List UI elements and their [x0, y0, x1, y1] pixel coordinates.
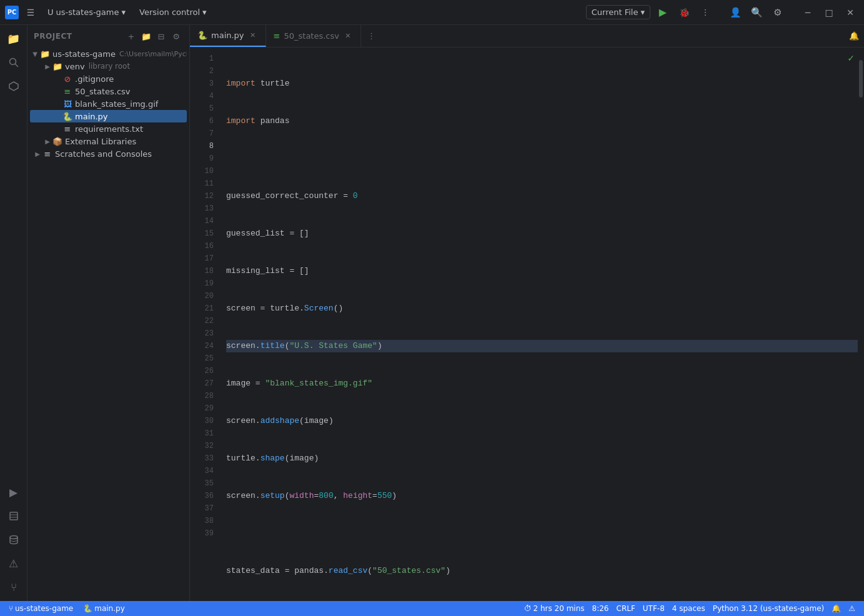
new-file-icon[interactable]: +: [124, 29, 138, 43]
blank-states-label: blank_states_img.gif: [75, 99, 158, 109]
branch-label: us-states-game: [15, 604, 73, 613]
sidebar-item-blank-states[interactable]: ▶ 🖼 blank_states_img.gif: [30, 97, 187, 110]
file-tree-root[interactable]: ▼ 📁 us-states-game C:\Users\mailm\Pychar…: [30, 47, 187, 60]
gitignore-icon: ⊘: [62, 74, 72, 84]
sidebar-item-scratches[interactable]: ▶ ≡ Scratches and Consoles: [30, 147, 187, 160]
project-dropdown[interactable]: U us-states-game ▾: [42, 6, 131, 19]
venv-secondary: library root: [89, 62, 130, 71]
clock-icon: ⏱: [524, 604, 532, 613]
python-file-icon: 🐍: [62, 111, 72, 121]
cursor-position: 8:26: [592, 604, 609, 613]
code-line-7: screen = turtle.Screen(): [226, 302, 858, 315]
version-control-arrow: ▾: [202, 7, 207, 17]
close-button[interactable]: ✕: [842, 4, 859, 21]
tab-main-py-icon: 🐍: [197, 31, 207, 40]
statusbar-indent[interactable]: 4 spaces: [668, 604, 709, 613]
sidebar-item-git[interactable]: ⑂: [2, 576, 25, 599]
titlebar: PC ☰ U us-states-game ▾ Version control …: [0, 0, 864, 25]
activity-bar: 📁 ▶ ⚠: [0, 25, 27, 601]
run-button[interactable]: ▶: [654, 4, 672, 21]
settings-icon[interactable]: ⚙: [169, 29, 183, 43]
vertical-scrollbar[interactable]: [858, 47, 864, 601]
statusbar-line-ending[interactable]: CRLF: [613, 604, 639, 613]
tab-50states-close[interactable]: ✕: [343, 31, 353, 41]
maximize-button[interactable]: □: [820, 4, 838, 21]
ext-libs-label: External Libraries: [65, 137, 136, 146]
line-numbers: 1 2 3 4 5 6 7 8 9 10 11 12 13 14 15 16 1…: [190, 47, 221, 601]
editor-area: 🐍 main.py ✕ ≡ 50_states.csv ✕ ⋮ 🔔 ✓ 1 2 …: [190, 25, 864, 601]
sidebar-item-search[interactable]: [2, 51, 25, 74]
code-line-3: [226, 152, 858, 165]
sidebar-item-external-libs[interactable]: ▶ 📦 External Libraries: [30, 135, 187, 147]
sidebar-item-alert[interactable]: ⚠: [2, 552, 25, 575]
current-file-arrow: ▾: [640, 7, 645, 17]
more-options-icon[interactable]: ⋮: [697, 4, 714, 21]
statusbar-warning[interactable]: ⚠: [845, 604, 859, 613]
statusbar-charset[interactable]: UTF-8: [639, 604, 668, 613]
current-file-label: Current File: [592, 7, 638, 17]
sidebar-item-files[interactable]: 📁: [2, 27, 25, 50]
branch-icon: ⑂: [9, 604, 13, 613]
main-py-label: main.py: [75, 112, 108, 121]
tab-more-options[interactable]: ⋮: [361, 25, 382, 47]
sidebar-item-50states[interactable]: ▶ ≡ 50_states.csv: [30, 85, 187, 97]
sidebar-item-main-py[interactable]: ▶ 🐍 main.py: [30, 110, 187, 122]
version-control-dropdown[interactable]: Version control ▾: [134, 6, 212, 19]
add-profile-icon[interactable]: 👤: [727, 4, 744, 21]
file-tree: ▼ 📁 us-states-game C:\Users\mailm\Pychar…: [27, 47, 189, 601]
save-checkmark-icon: ✓: [848, 52, 854, 65]
root-path: C:\Users\mailm\PycharmProjects\us-states…: [119, 50, 187, 58]
minimize-button[interactable]: ─: [799, 4, 817, 21]
sidebar-item-extensions[interactable]: [2, 75, 25, 97]
gitignore-label: .gitignore: [75, 74, 114, 84]
statusbar-file[interactable]: 🐍 main.py: [79, 604, 129, 613]
current-file-dropdown[interactable]: Current File ▾: [586, 5, 650, 19]
txt-icon: ≡: [62, 124, 72, 134]
hamburger-menu-icon[interactable]: ☰: [22, 4, 39, 21]
statusbar-python[interactable]: Python 3.12 (us-states-game): [709, 604, 828, 613]
sidebar-item-requirements[interactable]: ▶ ≡ requirements.txt: [30, 122, 187, 135]
sidebar-item-run[interactable]: ▶: [2, 481, 25, 504]
statusbar-branch[interactable]: ⑂ us-states-game: [5, 604, 77, 613]
project-icon: U: [47, 7, 54, 17]
sidebar-item-database[interactable]: [2, 529, 25, 551]
notification-icon: 🔔: [832, 604, 841, 613]
svg-rect-3: [10, 512, 17, 520]
debug-button[interactable]: 🐞: [675, 4, 693, 21]
statusbar-cursor[interactable]: 8:26: [588, 604, 613, 613]
line-ending-label: CRLF: [617, 604, 635, 613]
tab-main-py[interactable]: 🐍 main.py ✕: [190, 25, 266, 47]
folder-venv-icon: 📁: [52, 61, 62, 71]
sidebar-item-gitignore[interactable]: ▶ ⊘ .gitignore: [30, 72, 187, 85]
ext-libs-icon: 📦: [52, 136, 62, 146]
statusbar-time[interactable]: ⏱ 2 hrs 20 mins: [520, 604, 588, 613]
search-icon[interactable]: 🔍: [748, 4, 765, 21]
tab-bar: 🐍 main.py ✕ ≡ 50_states.csv ✕ ⋮ 🔔: [190, 25, 864, 47]
root-label: us-states-game: [52, 49, 116, 59]
tab-50states-icon: ≡: [274, 31, 281, 41]
venv-label: venv: [65, 62, 85, 71]
notification-bell-icon[interactable]: 🔔: [844, 25, 864, 47]
tab-main-py-label: main.py: [211, 31, 244, 40]
folder-icon: 📁: [40, 49, 50, 59]
statusbar-file-label: main.py: [94, 604, 125, 613]
code-editor[interactable]: ✓ 1 2 3 4 5 6 7 8 9 10 11 12 13 14 15 16…: [190, 47, 864, 601]
scrollbar-thumb[interactable]: [859, 60, 863, 97]
tab-main-py-close[interactable]: ✕: [248, 31, 258, 41]
charset-label: UTF-8: [643, 604, 665, 613]
project-dropdown-arrow: ▾: [122, 7, 126, 17]
collapse-all-icon[interactable]: ⊟: [154, 29, 168, 43]
code-line-5: guessed_list = []: [226, 227, 858, 240]
statusbar-notification[interactable]: 🔔: [828, 604, 845, 613]
sidebar-item-layers[interactable]: [2, 505, 25, 527]
code-line-13: [226, 527, 858, 540]
new-folder-icon[interactable]: 📁: [139, 29, 153, 43]
code-content[interactable]: import turtle import pandas guessed_corr…: [221, 47, 858, 601]
50states-label: 50_states.csv: [75, 87, 131, 96]
main-content: 📁 ▶ ⚠: [0, 25, 864, 601]
tab-50states-csv[interactable]: ≡ 50_states.csv ✕: [266, 25, 361, 47]
svg-line-1: [15, 64, 17, 67]
sidebar-item-venv[interactable]: ▶ 📁 venv library root: [30, 60, 187, 72]
settings-icon[interactable]: ⚙: [769, 4, 787, 21]
gif-icon: 🖼: [62, 99, 72, 109]
